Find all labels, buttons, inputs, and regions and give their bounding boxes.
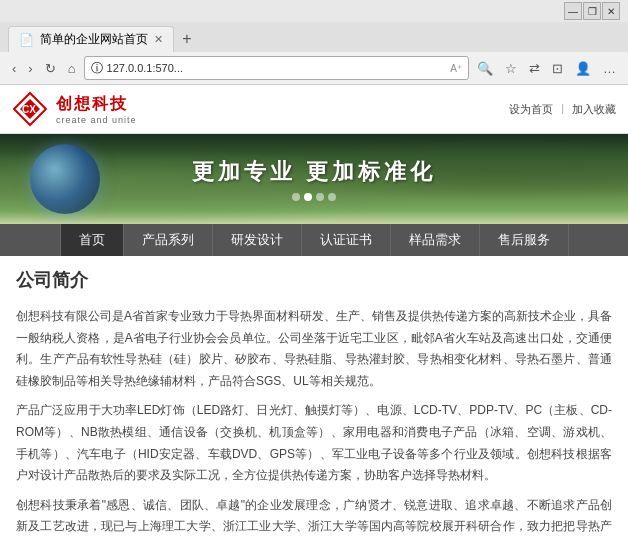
site-header: CX 创想科技 create and unite 设为首页 | 加入收藏: [0, 85, 628, 134]
banner-dot-4[interactable]: [328, 193, 336, 201]
tab-bar: 📄 简单的企业网站首页 ✕ +: [0, 22, 628, 52]
company-para-3: 创想科技秉承着"感恩、诚信、团队、卓越"的企业发展理念，广纳贤才、锐意进取、追求…: [16, 495, 612, 540]
window-titlebar: — ❐ ✕: [0, 0, 628, 22]
minimize-button[interactable]: —: [564, 2, 582, 20]
nav-item-home[interactable]: 首页: [60, 224, 124, 256]
active-tab[interactable]: 📄 简单的企业网站首页 ✕: [8, 26, 174, 52]
close-button[interactable]: ✕: [602, 2, 620, 20]
company-para-2: 产品广泛应用于大功率LED灯饰（LED路灯、日光灯、触摸灯等）、电源、LCD-T…: [16, 400, 612, 486]
logo-icon: CX: [12, 91, 48, 127]
nav-item-rd[interactable]: 研发设计: [213, 224, 302, 256]
nav-item-service[interactable]: 售后服务: [480, 224, 569, 256]
tab-title: 简单的企业网站首页: [40, 31, 148, 48]
banner-title: 更加专业 更加标准化: [192, 157, 436, 187]
banner-dot-1[interactable]: [292, 193, 300, 201]
add-bookmark-link[interactable]: 加入收藏: [572, 102, 616, 117]
banner-dots[interactable]: [192, 193, 436, 201]
banner-dot-3[interactable]: [316, 193, 324, 201]
tablet-icon[interactable]: ⊡: [548, 59, 567, 78]
company-para-1: 创想科技有限公司是A省首家专业致力于导热界面材料研发、生产、销售及提供热传递方案…: [16, 306, 612, 392]
window-controls[interactable]: — ❐ ✕: [564, 2, 620, 20]
nav-item-samples[interactable]: 样品需求: [391, 224, 480, 256]
logo-sub-text: create and unite: [56, 115, 137, 125]
restore-button[interactable]: ❐: [583, 2, 601, 20]
navigation-bar: 首页 产品系列 研发设计 认证证书 样品需求 售后服务: [0, 224, 628, 256]
more-button[interactable]: …: [599, 59, 620, 78]
security-icon: ⓘ: [91, 60, 103, 77]
set-homepage-link[interactable]: 设为首页: [509, 102, 553, 117]
company-section-title: 公司简介: [16, 268, 612, 296]
website-content: CX 创想科技 create and unite 设为首页 | 加入收藏 更加专…: [0, 85, 628, 540]
banner: 更加专业 更加标准化: [0, 134, 628, 224]
tab-sync-icon[interactable]: ⇄: [525, 59, 544, 78]
banner-globe-graphic: [30, 144, 100, 214]
refresh-button[interactable]: ↻: [41, 59, 60, 78]
banner-dot-2[interactable]: [304, 193, 312, 201]
address-bar: ‹ › ↻ ⌂ ⓘ 127.0.0.1:570... A⁺ 🔍 ☆ ⇄ ⊡ 👤 …: [0, 52, 628, 84]
logo-area: CX 创想科技 create and unite: [12, 91, 137, 127]
reader-icon: A⁺: [450, 63, 462, 74]
nav-item-products[interactable]: 产品系列: [124, 224, 213, 256]
svg-text:CX: CX: [22, 104, 36, 115]
profile-icon[interactable]: 👤: [571, 59, 595, 78]
new-tab-button[interactable]: +: [174, 26, 200, 52]
banner-text-area: 更加专业 更加标准化: [192, 157, 436, 201]
tab-close-button[interactable]: ✕: [154, 33, 163, 46]
star-icon[interactable]: ☆: [501, 59, 521, 78]
url-bar[interactable]: ⓘ 127.0.0.1:570... A⁺: [84, 56, 469, 80]
main-content: 公司简介 创想科技有限公司是A省首家专业致力于导热界面材料研发、生产、销售及提供…: [0, 256, 628, 540]
search-icon[interactable]: 🔍: [473, 59, 497, 78]
forward-button[interactable]: ›: [24, 59, 36, 78]
header-divider: |: [561, 102, 564, 117]
browser-chrome: 📄 简单的企业网站首页 ✕ + ‹ › ↻ ⌂ ⓘ 127.0.0.1:570.…: [0, 22, 628, 85]
logo-main-text: 创想科技: [56, 94, 137, 115]
nav-item-certs[interactable]: 认证证书: [302, 224, 391, 256]
tab-favicon: 📄: [19, 33, 34, 47]
logo-text-area: 创想科技 create and unite: [56, 94, 137, 125]
back-button[interactable]: ‹: [8, 59, 20, 78]
url-text: 127.0.0.1:570...: [107, 62, 447, 74]
header-links: 设为首页 | 加入收藏: [509, 102, 616, 117]
home-button[interactable]: ⌂: [64, 59, 80, 78]
